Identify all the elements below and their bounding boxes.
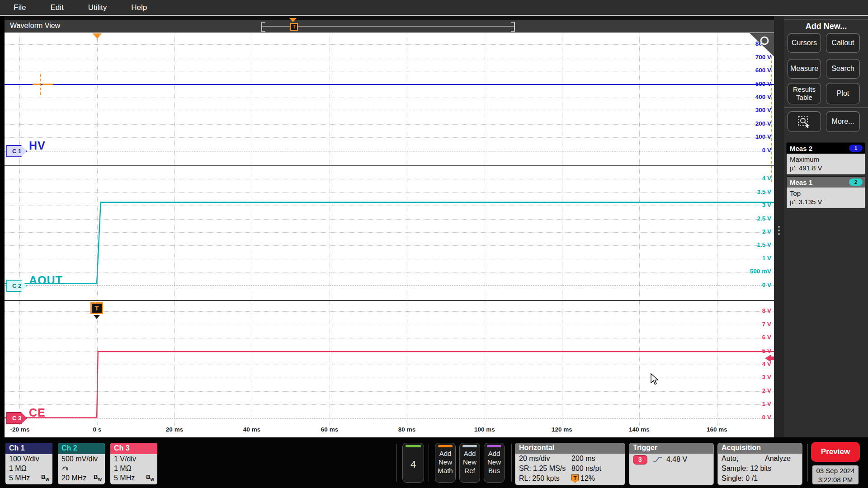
measurement-gate-marker-h1 (33, 84, 40, 85)
meas2-body: Maximum µ': 491.8 V (787, 154, 865, 174)
probe-icon (61, 464, 69, 471)
horizontal-window: 200 ms (571, 455, 595, 463)
menu-edit[interactable]: Edit (50, 3, 63, 12)
meas1-body: Top µ': 3.135 V (787, 188, 865, 208)
channel3-badge-title: Ch 3 (110, 443, 157, 454)
measurement-gate-marker-h2 (42, 84, 53, 85)
ref-stripe (462, 445, 477, 447)
trigger-position-flag-icon[interactable]: T (290, 23, 298, 31)
zoom-select-button[interactable] (788, 111, 821, 132)
channel2-label: AOUT (29, 274, 63, 287)
add-new-ref-label: Add New Ref (460, 449, 480, 475)
channel3-badge[interactable]: Ch 3 1 V/div 1 MΩ 5 MHz BW (110, 443, 157, 484)
channel2-badge[interactable]: Ch 2 500 mV/div 20 MHz BW (58, 443, 105, 484)
meas2-title: Meas 2 (790, 145, 812, 152)
plot-button[interactable]: Plot (826, 83, 860, 104)
search-button[interactable]: Search (826, 59, 860, 79)
trigger-level-arrow-tail (771, 357, 774, 360)
measure-button[interactable]: Measure (788, 59, 821, 79)
channel2-badge-title: Ch 2 (58, 443, 105, 454)
menu-utility[interactable]: Utility (88, 3, 107, 12)
channel2-probe-row (58, 464, 105, 473)
preview-button[interactable]: Preview (811, 442, 860, 462)
mouse-cursor (650, 373, 659, 386)
acquisition-single: Single: 0 /1 (722, 474, 758, 483)
meas1-header: Meas 1 2 (787, 177, 865, 188)
meas1-source-badge: 2 (849, 178, 863, 186)
channel3-scale: 1 V/div (110, 454, 157, 464)
math-stripe (438, 445, 453, 447)
datetime-badge: 03 Sep 2024 3:22:08 PM (812, 465, 859, 484)
waveform-view-title[interactable]: Waveform View (10, 22, 60, 30)
menu-file[interactable]: File (14, 3, 26, 12)
panel-splitter[interactable] (774, 16, 784, 437)
add-new-title: Add New... (784, 22, 868, 31)
menu-help[interactable]: Help (131, 3, 147, 12)
panel-divider (784, 19, 868, 19)
date-label: 03 Sep 2024 (812, 466, 859, 475)
horizontal-scale: 20 ms/div (519, 455, 571, 463)
channel4-button[interactable]: 4 (402, 443, 424, 483)
menu-bar: File Edit Utility Help (0, 0, 868, 15)
meas2-source-badge: 1 (849, 145, 863, 152)
measurement-badge-meas2[interactable]: Meas 2 1 Maximum µ': 491.8 V (786, 142, 865, 175)
rising-edge-icon (652, 455, 663, 464)
bandwidth-limit-icon: BW (94, 474, 102, 482)
cursors-button[interactable]: Cursors (788, 33, 821, 53)
callout-button[interactable]: Callout (826, 33, 860, 53)
trigger-flag-pointer (94, 315, 100, 319)
meas2-type: Maximum (790, 155, 862, 164)
trigger-source-badge: 3 (633, 455, 647, 465)
measurement-badge-meas1[interactable]: Meas 1 2 Top µ': 3.135 V (786, 176, 865, 209)
splitter-handle-icon[interactable] (778, 224, 780, 237)
add-new-ref-button[interactable]: Add New Ref (459, 443, 480, 483)
sample-rate: SR: 1.25 MS/s (519, 465, 571, 473)
record-start-bracket (261, 22, 265, 32)
channel4-label: 4 (403, 459, 424, 470)
bandwidth-limit-icon: BW (146, 474, 154, 482)
horizontal-title: Horizontal (515, 443, 625, 454)
results-table-button[interactable]: Results Table (788, 83, 821, 104)
right-panel: Add New... Cursors Callout Measure Searc… (784, 16, 868, 437)
bus-stripe (487, 445, 501, 447)
acquisition-analyze: Analyze (765, 455, 791, 463)
meas1-type: Top (790, 189, 862, 197)
divider (511, 444, 512, 482)
bandwidth-limit-icon: BW (41, 474, 49, 482)
add-new-bus-button[interactable]: Add New Bus (484, 443, 505, 483)
meas1-value: µ': 3.135 V (790, 197, 862, 206)
channel3-impedance: 1 MΩ (110, 464, 157, 473)
horizontal-panel[interactable]: Horizontal 20 ms/div 200 ms SR: 1.25 MS/… (515, 443, 625, 485)
waveform-trace-aout (5, 202, 774, 284)
trigger-level: 4.48 V (666, 455, 687, 464)
bottom-bar: Ch 1 100 V/div 1 MΩ 5 MHz BW Ch 2 500 mV… (0, 437, 868, 488)
trigger-position-triangle-icon[interactable] (289, 18, 297, 22)
channel1-label: HV (29, 139, 46, 152)
divider (396, 444, 397, 482)
record-end-bracket (511, 22, 515, 32)
acquisition-sample: Sample: 12 bits (722, 465, 771, 473)
add-new-bus-label: Add New Bus (484, 449, 504, 475)
divider (429, 444, 429, 482)
trigger-top-triangle-icon[interactable] (93, 33, 102, 39)
meas2-header: Meas 2 1 (787, 143, 865, 154)
add-new-math-button[interactable]: Add New Math (435, 443, 456, 483)
channel4-stripe (406, 445, 421, 447)
trigger-position-icon: T (571, 474, 579, 483)
meas1-title: Meas 1 (790, 178, 812, 186)
channel1-scale: 100 V/div (5, 454, 52, 464)
trigger-panel[interactable]: Trigger 3 4.48 V (629, 443, 714, 485)
trigger-level-arrow-head (765, 355, 771, 362)
channel2-scale: 500 mV/div (58, 454, 105, 464)
channel1-badge[interactable]: Ch 1 100 V/div 1 MΩ 5 MHz BW (5, 443, 52, 484)
trigger-flag-icon[interactable]: T (90, 302, 103, 314)
channel1-badge-title: Ch 1 (5, 443, 52, 454)
more-button[interactable]: More... (826, 111, 860, 132)
acquisition-mode: Auto, (722, 455, 765, 463)
panel-divider (784, 108, 868, 108)
horizontal-position-overview[interactable]: T (261, 20, 515, 33)
trigger-title: Trigger (629, 443, 713, 454)
time-label: 3:22:08 PM (812, 475, 859, 484)
channel3-label: CE (29, 406, 46, 419)
acquisition-panel[interactable]: Acquisition Auto, Analyze Sample: 12 bit… (717, 443, 802, 485)
